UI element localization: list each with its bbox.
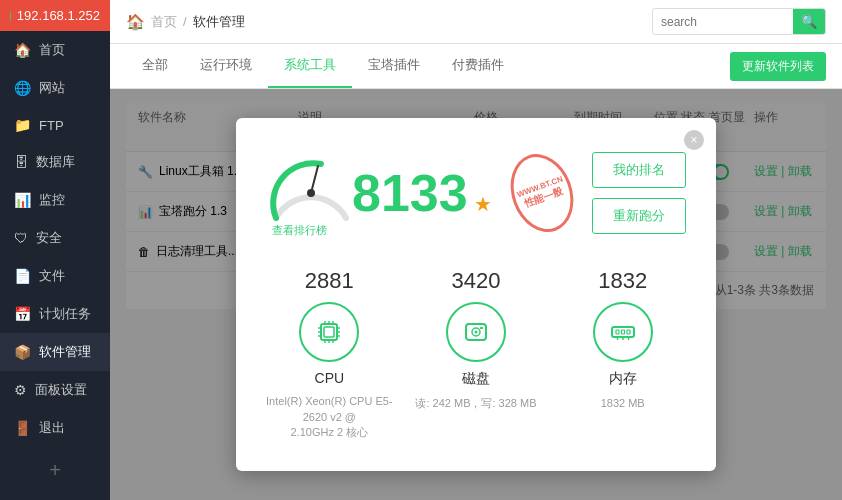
stamp-inner: WWW.BT.CN 性能一般 [515,174,568,212]
nav-home-link[interactable]: 首页 [151,13,177,31]
score-section: 查看排行榜 8133 ★ WWW.BT.CN 性能一般 [266,148,686,238]
topnav: 🏠 首页 / 软件管理 🔍 [110,0,842,44]
sidebar-item-label: 退出 [39,419,65,437]
svg-point-18 [474,331,477,334]
cpu-name: CPU [315,370,345,386]
server-ip: 192.168.1.252 [17,8,100,23]
main-content: 🏠 首页 / 软件管理 🔍 全部 运行环境 系统工具 宝塔插件 付费插件 更新软… [110,0,842,500]
nav-separator: / [183,14,187,29]
home-icon: 🏠 [14,42,31,58]
software-icon: 📦 [14,344,31,360]
memory-icon [593,302,653,362]
tasks-icon: 📅 [14,306,31,322]
sidebar-item-label: 计划任务 [39,305,91,323]
sidebar-item-label: FTP [39,118,64,133]
tab-bt-plugin[interactable]: 宝塔插件 [352,44,436,88]
metrics-section: 2881 [266,268,686,440]
cpu-value: 2881 [305,268,354,294]
score-stars: ★ [474,192,492,216]
score-actions: 我的排名 重新跑分 [592,152,686,234]
disk-name: 磁盘 [462,370,490,388]
sidebar-add-button[interactable]: + [0,447,110,494]
sidebar-item-security[interactable]: 🛡 安全 [0,219,110,257]
monitor-icon: 📊 [14,192,31,208]
disk-detail: 读: 242 MB，写: 328 MB [415,396,536,411]
home-nav-icon: 🏠 [126,13,145,31]
nav-current-page: 软件管理 [193,13,245,31]
memory-detail: 1832 MB [601,396,645,411]
score-number: 8133 [352,167,468,219]
sidebar-item-tasks[interactable]: 📅 计划任务 [0,295,110,333]
disk-value: 3420 [452,268,501,294]
sidebar-item-label: 监控 [39,191,65,209]
sidebar-item-label: 安全 [36,229,62,247]
database-icon: 🗄 [14,154,28,170]
sidebar-item-home[interactable]: 🏠 首页 [0,31,110,69]
search-box: 🔍 [652,8,826,35]
tab-system-tools[interactable]: 系统工具 [268,44,352,88]
svg-rect-22 [621,330,624,334]
benchmark-modal: × 查看排行榜 [236,118,716,470]
website-icon: 🌐 [14,80,31,96]
svg-line-0 [311,166,318,193]
svg-rect-21 [616,330,619,334]
logout-icon: 🚪 [14,420,31,436]
sidebar-item-label: 软件管理 [39,343,91,361]
sidebar-header: 192.168.1.252 [0,0,110,31]
sidebar-item-label: 文件 [39,267,65,285]
sidebar-item-logout[interactable]: 🚪 退出 [0,409,110,447]
topnav-right: 🔍 [652,8,826,35]
tab-runtime[interactable]: 运行环境 [184,44,268,88]
score-display: 8133 ★ [352,167,492,219]
sidebar-item-database[interactable]: 🗄 数据库 [0,143,110,181]
files-icon: 📄 [14,268,31,284]
my-rank-button[interactable]: 我的排名 [592,152,686,188]
refresh-software-button[interactable]: 更新软件列表 [730,52,826,81]
ftp-icon: 📁 [14,117,31,133]
svg-rect-20 [612,327,634,337]
tab-paid-plugin[interactable]: 付费插件 [436,44,520,88]
table-area: 软件名称 说明 价格 到期时间 位置 状态 首页显示 操作 🔧 Linux工具箱… [110,89,842,500]
retest-button[interactable]: 重新跑分 [592,198,686,234]
memory-metric: 1832 内存 [559,268,686,440]
cpu-icon [299,302,359,362]
sidebar-item-panel[interactable]: ⚙ 面板设置 [0,371,110,409]
sidebar-item-label: 面板设置 [35,381,87,399]
sidebar-item-ftp[interactable]: 📁 FTP [0,107,110,143]
sidebar-item-label: 首页 [39,41,65,59]
sidebar-item-website[interactable]: 🌐 网站 [0,69,110,107]
gauge-widget: 查看排行榜 [266,148,332,238]
disk-metric: 3420 磁盘 读: 242 MB，写: 328 MB [413,268,540,440]
modal-close-button[interactable]: × [684,130,704,150]
score-row: 8133 ★ [352,167,492,219]
sidebar-item-label: 数据库 [36,153,75,171]
tab-all[interactable]: 全部 [126,44,184,88]
panel-icon: ⚙ [14,382,27,398]
svg-rect-23 [627,330,630,334]
svg-rect-19 [480,327,483,329]
modal-overlay: × 查看排行榜 [110,89,842,500]
tabs-bar: 全部 运行环境 系统工具 宝塔插件 付费插件 更新软件列表 [110,44,842,89]
cpu-metric: 2881 [266,268,393,440]
search-button[interactable]: 🔍 [793,9,825,34]
svg-point-1 [307,189,315,197]
sidebar-item-software[interactable]: 📦 软件管理 [0,333,110,371]
tabs-right: 更新软件列表 [730,52,826,81]
sidebar-item-monitor[interactable]: 📊 监控 [0,181,110,219]
memory-name: 内存 [609,370,637,388]
sidebar-item-files[interactable]: 📄 文件 [0,257,110,295]
security-icon: 🛡 [14,230,28,246]
status-dot [10,11,11,21]
sidebar: 192.168.1.252 🏠 首页 🌐 网站 📁 FTP 🗄 数据库 📊 监控… [0,0,110,500]
performance-stamp: WWW.BT.CN 性能一般 [500,146,584,242]
disk-icon [446,302,506,362]
memory-value: 1832 [598,268,647,294]
sidebar-item-label: 网站 [39,79,65,97]
svg-rect-3 [324,327,334,337]
cpu-detail: Intel(R) Xeon(R) CPU E5-2620 v2 @ 2.10GH… [266,394,393,440]
search-input[interactable] [653,11,793,33]
